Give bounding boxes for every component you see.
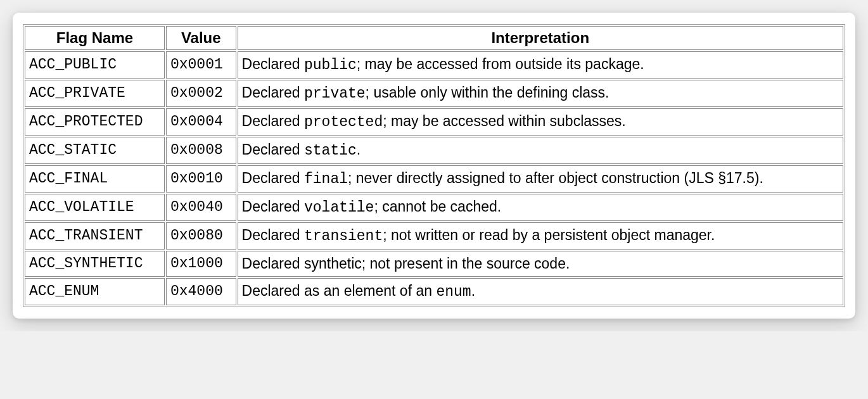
interpretation-cell: Declared volatile; cannot be cached. bbox=[238, 194, 843, 221]
interp-code: public bbox=[304, 57, 357, 73]
interp-code: transient bbox=[304, 228, 383, 244]
table-row: ACC_TRANSIENT0x0080Declared transient; n… bbox=[25, 222, 843, 250]
table-row: ACC_STATIC0x0008Declared static. bbox=[25, 137, 843, 164]
value-cell: 0x0040 bbox=[166, 194, 236, 221]
interp-lead: Declared bbox=[242, 198, 304, 215]
interp-tail: ; may be accessed within subclasses. bbox=[383, 113, 626, 129]
interp-tail: ; usable only within the defining class. bbox=[366, 84, 610, 101]
value-cell: 0x0002 bbox=[166, 80, 236, 107]
table-row: ACC_PRIVATE0x0002Declared private; usabl… bbox=[25, 80, 843, 107]
header-row: Flag Name Value Interpretation bbox=[25, 26, 843, 50]
interp-lead: Declared bbox=[242, 170, 304, 186]
interpretation-cell: Declared transient; not written or read … bbox=[238, 222, 843, 250]
interp-tail: ; may be accessed from outside its packa… bbox=[357, 56, 644, 72]
interp-code: final bbox=[304, 171, 348, 187]
value-cell: 0x1000 bbox=[166, 251, 236, 277]
table-row: ACC_VOLATILE0x0040Declared volatile; can… bbox=[25, 194, 843, 221]
interp-lead: Declared synthetic; not present in the s… bbox=[242, 255, 570, 272]
flag-name-cell: ACC_STATIC bbox=[25, 137, 165, 164]
value-cell: 0x0080 bbox=[166, 222, 236, 250]
interp-lead: Declared bbox=[242, 84, 304, 101]
interpretation-cell: Declared public; may be accessed from ou… bbox=[238, 51, 843, 79]
interp-tail: ; not written or read by a persistent ob… bbox=[383, 227, 715, 243]
interpretation-cell: Declared final; never directly assigned … bbox=[238, 165, 843, 193]
interp-code: private bbox=[304, 86, 366, 102]
flag-name-cell: ACC_FINAL bbox=[25, 165, 165, 193]
interp-lead: Declared bbox=[242, 56, 304, 72]
interp-lead: Declared bbox=[242, 141, 304, 158]
table-row: ACC_SYNTHETIC0x1000Declared synthetic; n… bbox=[25, 251, 843, 277]
access-flags-table: Flag Name Value Interpretation ACC_PUBLI… bbox=[23, 24, 845, 307]
interp-lead: Declared bbox=[242, 227, 304, 243]
header-interpretation: Interpretation bbox=[238, 26, 843, 50]
table-card: Flag Name Value Interpretation ACC_PUBLI… bbox=[13, 13, 855, 319]
interp-code: volatile bbox=[304, 200, 374, 216]
interpretation-cell: Declared protected; may be accessed with… bbox=[238, 108, 843, 136]
interp-tail: ; cannot be cached. bbox=[374, 198, 501, 215]
header-flag-name: Flag Name bbox=[25, 26, 165, 50]
flag-name-cell: ACC_SYNTHETIC bbox=[25, 251, 165, 277]
interpretation-cell: Declared private; usable only within the… bbox=[238, 80, 843, 107]
flag-name-cell: ACC_PRIVATE bbox=[25, 80, 165, 107]
interp-code: static bbox=[304, 142, 357, 159]
value-cell: 0x0004 bbox=[166, 108, 236, 136]
interpretation-cell: Declared synthetic; not present in the s… bbox=[238, 251, 843, 277]
table-body: ACC_PUBLIC0x0001Declared public; may be … bbox=[25, 51, 843, 305]
interp-lead: Declared as an element of an bbox=[242, 282, 437, 299]
value-cell: 0x0010 bbox=[166, 165, 236, 193]
interp-tail: ; never directly assigned to after objec… bbox=[348, 170, 763, 186]
table-head: Flag Name Value Interpretation bbox=[25, 26, 843, 50]
interp-code: protected bbox=[304, 114, 383, 130]
value-cell: 0x4000 bbox=[166, 278, 236, 305]
table-row: ACC_PUBLIC0x0001Declared public; may be … bbox=[25, 51, 843, 79]
interp-code: enum bbox=[436, 284, 471, 300]
value-cell: 0x0001 bbox=[166, 51, 236, 79]
flag-name-cell: ACC_VOLATILE bbox=[25, 194, 165, 221]
interpretation-cell: Declared as an element of an enum. bbox=[238, 278, 843, 305]
interpretation-cell: Declared static. bbox=[238, 137, 843, 164]
flag-name-cell: ACC_PUBLIC bbox=[25, 51, 165, 79]
flag-name-cell: ACC_ENUM bbox=[25, 278, 165, 305]
table-row: ACC_FINAL0x0010Declared final; never dir… bbox=[25, 165, 843, 193]
flag-name-cell: ACC_TRANSIENT bbox=[25, 222, 165, 250]
interp-tail: . bbox=[471, 282, 475, 299]
flag-name-cell: ACC_PROTECTED bbox=[25, 108, 165, 136]
table-row: ACC_PROTECTED0x0004Declared protected; m… bbox=[25, 108, 843, 136]
header-value: Value bbox=[166, 26, 236, 50]
interp-lead: Declared bbox=[242, 113, 304, 129]
interp-tail: . bbox=[357, 141, 361, 158]
table-row: ACC_ENUM0x4000Declared as an element of … bbox=[25, 278, 843, 305]
value-cell: 0x0008 bbox=[166, 137, 236, 164]
